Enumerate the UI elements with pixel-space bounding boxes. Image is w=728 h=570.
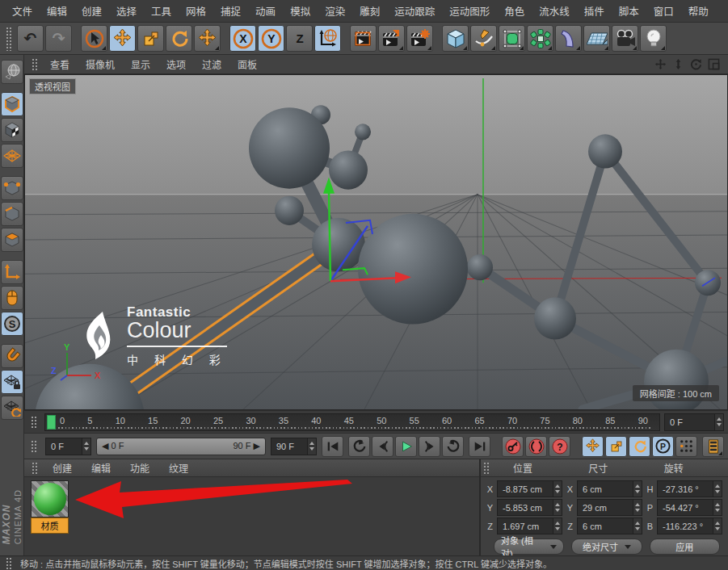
- scale-tool-button[interactable]: [137, 25, 164, 52]
- menu-item[interactable]: 工具: [144, 3, 179, 19]
- size-mode-dropdown[interactable]: 绝对尺寸: [571, 539, 642, 555]
- menu-item[interactable]: 运动跟踪: [387, 3, 442, 19]
- menu-item[interactable]: 文件: [5, 3, 40, 19]
- polygons-mode-button[interactable]: [1, 228, 23, 252]
- material-menu-create[interactable]: 创建: [44, 461, 80, 475]
- menu-item[interactable]: 窗口: [646, 3, 681, 19]
- coordinate-system-button[interactable]: [314, 25, 341, 52]
- menu-item[interactable]: 流水线: [532, 3, 577, 19]
- texture-mode-button[interactable]: [1, 118, 23, 142]
- range-end-field[interactable]: 90 F: [271, 438, 317, 455]
- size-y-field[interactable]: 29 cm: [577, 499, 642, 516]
- menu-item[interactable]: 运动图形: [442, 3, 497, 19]
- go-to-start-button[interactable]: [322, 436, 343, 457]
- autokeying-button[interactable]: [525, 436, 547, 457]
- rotation-p-stepper[interactable]: [713, 500, 722, 515]
- add-cube-button[interactable]: [442, 25, 469, 52]
- viewport-menu-view[interactable]: 查看: [43, 57, 77, 71]
- make-editable-button[interactable]: [1, 60, 23, 84]
- key-position-toggle[interactable]: [582, 436, 604, 457]
- rotation-h-field[interactable]: -27.316 °: [657, 480, 722, 497]
- previous-frame-button[interactable]: [372, 436, 393, 457]
- menu-item[interactable]: 选择: [109, 3, 144, 19]
- timeline-mode-button[interactable]: [702, 436, 724, 457]
- viewport-menu-panel[interactable]: 面板: [230, 57, 264, 71]
- timeline-ruler[interactable]: 051015202530354045505560657075808590: [44, 413, 660, 431]
- edges-mode-button[interactable]: [1, 202, 23, 226]
- material-drag-handle[interactable]: [32, 462, 39, 475]
- menu-item[interactable]: 雕刻: [352, 3, 387, 19]
- coordinates-drag-handle[interactable]: [483, 462, 490, 475]
- material-menu-edit[interactable]: 编辑: [83, 461, 119, 475]
- viewport-rotate-icon[interactable]: [690, 58, 702, 70]
- menu-item[interactable]: 插件: [577, 3, 612, 19]
- workplane-mode-button[interactable]: [1, 144, 23, 168]
- render-picture-viewer-button[interactable]: [378, 25, 405, 52]
- workplane-lock-button[interactable]: [1, 370, 23, 394]
- undo-button[interactable]: ↶: [17, 25, 44, 52]
- position-x-stepper[interactable]: [553, 481, 562, 497]
- timeline-drag-handle[interactable]: [31, 416, 38, 429]
- range-start-field[interactable]: 0 F: [45, 438, 91, 455]
- workplane-align-button[interactable]: [1, 396, 23, 420]
- range-start-stepper[interactable]: [82, 438, 90, 455]
- material-name-label[interactable]: 材质: [31, 518, 69, 534]
- lock-z-axis-button[interactable]: Z: [286, 25, 313, 52]
- menu-item[interactable]: 脚本: [612, 3, 646, 19]
- viewport-menu-options[interactable]: 选项: [159, 57, 193, 71]
- add-spline-button[interactable]: [470, 25, 497, 52]
- viewport-menu-display[interactable]: 显示: [124, 57, 158, 71]
- menu-item[interactable]: 网格: [179, 3, 213, 19]
- position-y-stepper[interactable]: [553, 500, 562, 515]
- viewport-menu-filter[interactable]: 过滤: [195, 57, 229, 71]
- keyframe-selection-button[interactable]: ?: [549, 436, 570, 457]
- playback-drag-handle[interactable]: [31, 440, 38, 453]
- viewport-pan-icon[interactable]: [654, 58, 667, 70]
- menu-item[interactable]: 编辑: [40, 3, 74, 19]
- lock-y-axis-button[interactable]: Y: [258, 25, 284, 52]
- play-forward-button[interactable]: [442, 436, 464, 457]
- menu-item[interactable]: 捕捉: [213, 3, 248, 19]
- position-z-stepper[interactable]: [553, 518, 562, 534]
- menu-item[interactable]: 创建: [74, 3, 109, 19]
- size-z-stepper[interactable]: [633, 518, 642, 534]
- add-generator-button[interactable]: [499, 25, 525, 52]
- material-list[interactable]: 材质: [24, 477, 479, 555]
- record-keyframe-button[interactable]: [502, 436, 524, 457]
- size-x-stepper[interactable]: [633, 481, 642, 497]
- last-tool-button[interactable]: [194, 25, 221, 52]
- add-environment-button[interactable]: [583, 25, 610, 52]
- render-settings-button[interactable]: [406, 25, 433, 52]
- key-pla-toggle[interactable]: [675, 436, 697, 457]
- key-scale-toggle[interactable]: [605, 436, 627, 457]
- timeline-playhead[interactable]: [47, 415, 56, 430]
- viewport-maximize-icon[interactable]: [708, 58, 720, 70]
- view-label[interactable]: 透视视图: [29, 78, 76, 94]
- viewport-menubar-handle[interactable]: [32, 58, 39, 71]
- size-x-field[interactable]: 6 cm: [577, 480, 642, 497]
- range-end-stepper[interactable]: [307, 438, 316, 455]
- material-menu-function[interactable]: 功能: [122, 461, 158, 475]
- position-x-field[interactable]: -8.875 cm: [497, 480, 562, 497]
- add-camera-button[interactable]: [612, 25, 638, 52]
- redo-button[interactable]: ↷: [45, 25, 72, 52]
- snap-magnet-button[interactable]: [1, 344, 23, 368]
- apply-button[interactable]: 应用: [650, 539, 720, 555]
- size-z-field[interactable]: 6 cm: [577, 518, 642, 534]
- lock-x-axis-button[interactable]: X: [229, 25, 256, 52]
- current-frame-field[interactable]: 0 F: [664, 413, 724, 431]
- move-tool-button[interactable]: [109, 25, 136, 52]
- position-z-field[interactable]: 1.697 cm: [497, 518, 562, 534]
- current-frame-stepper[interactable]: [714, 414, 723, 430]
- viewport-menu-camera[interactable]: 摄像机: [78, 57, 122, 71]
- add-light-button[interactable]: [640, 25, 667, 52]
- frame-range-slider[interactable]: ◀ 0 F 90 F ▶: [96, 438, 266, 455]
- menu-item[interactable]: 帮助: [681, 3, 716, 19]
- rotation-p-field[interactable]: -54.427 °: [657, 499, 722, 516]
- material-menu-texture[interactable]: 纹理: [161, 461, 196, 475]
- add-mograph-button[interactable]: [527, 25, 553, 52]
- model-mode-button[interactable]: [1, 92, 23, 116]
- menu-item[interactable]: 渲染: [318, 3, 352, 19]
- viewport-tweak-button[interactable]: [1, 286, 23, 310]
- size-y-stepper[interactable]: [633, 500, 642, 515]
